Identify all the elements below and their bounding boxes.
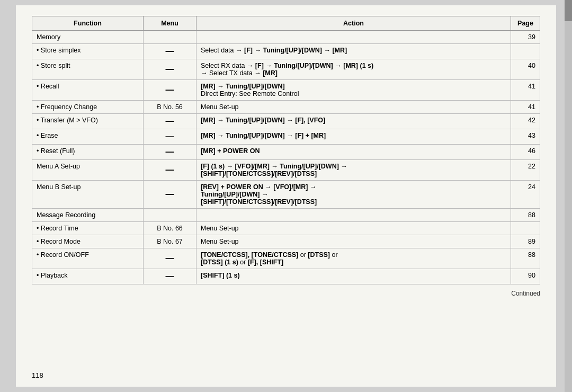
table-row: • Record ON/OFF — [TONE/CTCSS], [TONE/CT… [32, 248, 540, 269]
table-row: • Store split — Select RX data → [F] → T… [32, 59, 540, 80]
page-cell: 88 [511, 248, 540, 269]
function-cell: • Erase [32, 129, 144, 145]
page-cell: 46 [511, 145, 540, 160]
table-row: • Recall — [MR] → Tuning/[UP]/[DWN]Direc… [32, 80, 540, 101]
action-cell: Select data → [F] → Tuning/[UP]/[DWN] → … [196, 44, 511, 59]
header-function: Function [32, 16, 144, 31]
action-cell: [F] (1 s) → [VFO]/[MR] → Tuning/[UP]/[DW… [196, 160, 511, 181]
function-cell: • Record Mode [32, 235, 144, 248]
function-cell: • Reset (Full) [32, 145, 144, 160]
function-cell: • Playback [32, 269, 144, 284]
menu-cell [144, 209, 196, 222]
menu-cell: — [144, 44, 196, 59]
menu-cell: — [144, 129, 196, 145]
function-cell: • Frequency Change [32, 101, 144, 114]
function-cell: Menu A Set-up [32, 160, 144, 181]
menu-cell: — [144, 160, 196, 181]
menu-cell: — [144, 59, 196, 80]
table-row: • Record Mode B No. 67 Menu Set-up 89 [32, 235, 540, 248]
action-cell: [MR] → Tuning/[UP]/[DWN]Direct Entry: Se… [196, 80, 511, 101]
menu-cell: — [144, 145, 196, 160]
action-cell: [SHIFT] (1 s) [196, 269, 511, 284]
menu-cell: B No. 56 [144, 101, 196, 114]
function-cell: • Store simplex [32, 44, 144, 59]
action-cell: [MR] + POWER ON [196, 145, 511, 160]
page-cell: 42 [511, 114, 540, 129]
function-cell: Message Recording [32, 209, 144, 222]
scrollbar[interactable] [565, 0, 572, 392]
function-cell: • Recall [32, 80, 144, 101]
table-row: Memory 39 [32, 31, 540, 44]
page-cell: 90 [511, 269, 540, 284]
page-cell: 40 [511, 59, 540, 80]
page-cell: 89 [511, 235, 540, 248]
page-cell: 43 [511, 129, 540, 145]
action-cell: [TONE/CTCSS], [TONE/CTCSS] or [DTSS] or[… [196, 248, 511, 269]
page-cell: 22 [511, 160, 540, 181]
function-cell: • Store split [32, 59, 144, 80]
table-row: Menu A Set-up — [F] (1 s) → [VFO]/[MR] →… [32, 160, 540, 181]
action-cell: Menu Set-up [196, 235, 511, 248]
page-cell: 41 [511, 80, 540, 101]
page-cell: 39 [511, 31, 540, 44]
main-table: Function Menu Action Page Memory 39 • St… [32, 16, 540, 284]
table-row: • Playback — [SHIFT] (1 s) 90 [32, 269, 540, 284]
menu-cell: B No. 67 [144, 235, 196, 248]
function-cell: Menu B Set-up [32, 181, 144, 209]
function-cell: • Transfer (M > VFO) [32, 114, 144, 129]
table-row: • Reset (Full) — [MR] + POWER ON 46 [32, 145, 540, 160]
header-action: Action [196, 16, 511, 31]
menu-cell: — [144, 80, 196, 101]
table-row: • Store simplex — Select data → [F] → Tu… [32, 44, 540, 59]
function-cell: • Record ON/OFF [32, 248, 144, 269]
scrollbar-thumb[interactable] [565, 0, 572, 21]
menu-cell: — [144, 269, 196, 284]
page-cell: 88 [511, 209, 540, 222]
header-menu: Menu [144, 16, 196, 31]
continued-label: Continued [32, 290, 540, 297]
section-label: Memory [37, 33, 60, 41]
table-row: • Record Time B No. 66 Menu Set-up [32, 222, 540, 235]
table-row: • Frequency Change B No. 56 Menu Set-up … [32, 101, 540, 114]
table-row: Menu B Set-up — [REV] + POWER ON → [VFO]… [32, 181, 540, 209]
page-cell [511, 222, 540, 235]
action-cell: Select RX data → [F] → Tuning/[UP]/[DWN]… [196, 59, 511, 80]
action-cell: Menu Set-up [196, 101, 511, 114]
menu-cell: — [144, 114, 196, 129]
action-cell: [MR] → Tuning/[UP]/[DWN] → [F] + [MR] [196, 129, 511, 145]
action-cell: [REV] + POWER ON → [VFO]/[MR] →Tuning/[U… [196, 181, 511, 209]
header-page: Page [511, 16, 540, 31]
menu-cell: B No. 66 [144, 222, 196, 235]
page-cell [511, 44, 540, 59]
page-container: Function Menu Action Page Memory 39 • St… [16, 5, 556, 387]
table-row: • Transfer (M > VFO) — [MR] → Tuning/[UP… [32, 114, 540, 129]
menu-cell: — [144, 181, 196, 209]
function-cell: Memory [32, 31, 144, 44]
action-cell: [MR] → Tuning/[UP]/[DWN] → [F], [VFO] [196, 114, 511, 129]
page-cell: 24 [511, 181, 540, 209]
page-cell: 41 [511, 101, 540, 114]
menu-cell [144, 31, 196, 44]
table-row: Message Recording 88 [32, 209, 540, 222]
function-cell: • Record Time [32, 222, 144, 235]
action-cell: Menu Set-up [196, 222, 511, 235]
menu-cell: — [144, 248, 196, 269]
action-cell [196, 31, 511, 44]
table-row: • Erase — [MR] → Tuning/[UP]/[DWN] → [F]… [32, 129, 540, 145]
action-cell [196, 209, 511, 222]
page-number: 118 [32, 371, 43, 379]
